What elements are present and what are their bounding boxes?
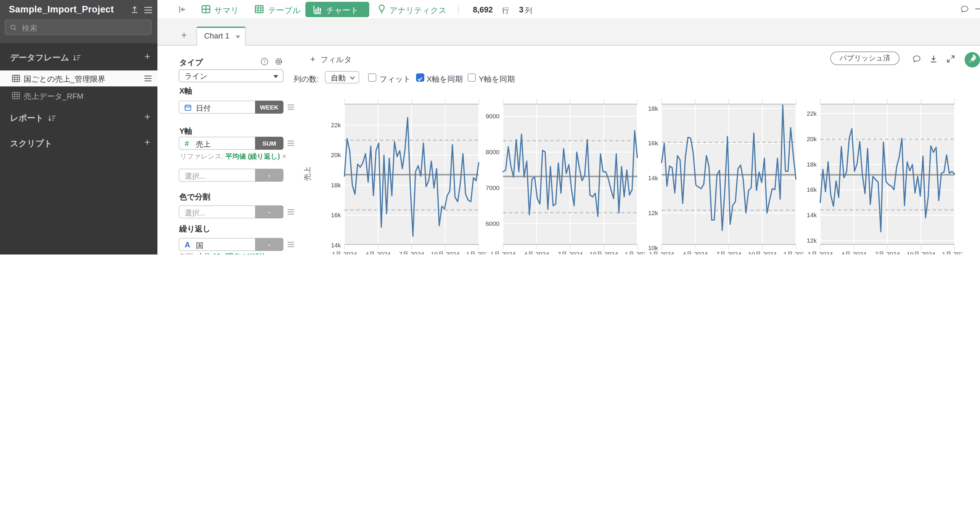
svg-text:9000: 9000: [485, 113, 500, 119]
yaxis-field[interactable]: # 売上 SUM: [179, 137, 283, 150]
collapse-sidebar-icon[interactable]: [178, 5, 187, 14]
tab-chart-active[interactable]: チャート: [305, 2, 369, 17]
chart-australia[interactable]: 22k20k18k16k14k1月 20244月 20247月 202410月 …: [309, 94, 487, 254]
remove-limit-icon[interactable]: ×: [267, 253, 271, 254]
yaxis-menu-icon[interactable]: [287, 140, 295, 146]
sort-icon[interactable]: [72, 54, 82, 62]
expand-icon[interactable]: [946, 54, 955, 63]
color-field[interactable]: 選択... -: [179, 205, 283, 218]
yaxis-add-field[interactable]: 選択... -: [179, 169, 283, 182]
sort-icon[interactable]: [47, 114, 57, 122]
chart-tab-label: Chart 1: [204, 31, 229, 40]
svg-text:4月 2024: 4月 2024: [366, 251, 391, 254]
repeat-field[interactable]: A 国 -: [179, 238, 283, 251]
svg-text:10月 2024: 10月 2024: [907, 251, 935, 254]
calendar-icon: [184, 103, 192, 111]
chart-tabbar: + Chart 1: [158, 18, 980, 46]
analytics-icon: [377, 4, 387, 14]
sidebar-menu-icon[interactable]: [144, 6, 153, 14]
sidebar: Sample_Import_Project データフレーム + 国ごとの売上_管…: [0, 0, 158, 254]
svg-text:20k: 20k: [331, 151, 341, 158]
repeat-field-value: 国: [196, 240, 203, 251]
xaxis-label: X軸: [179, 86, 192, 97]
gear-icon[interactable]: [275, 57, 283, 66]
publish-status-button[interactable]: パブリッシュ済: [830, 51, 899, 65]
add-dataframe-button[interactable]: +: [143, 52, 152, 62]
yaxis-agg-badge[interactable]: SUM: [255, 137, 283, 150]
svg-text:1月 2024: 1月 2024: [490, 251, 516, 254]
topbar: サマリ テーブル チャート アナリティクス 8,692 行 3 列: [158, 0, 980, 19]
sync-x-label: X軸を同期: [427, 74, 463, 84]
svg-text:14k: 14k: [807, 212, 817, 218]
chart-icon: [312, 5, 323, 14]
yaxis-field-value: 売上: [196, 139, 211, 150]
limit-value[interactable]: 上位 10: (現在のY1軸): [197, 253, 265, 254]
comment-icon[interactable]: [960, 5, 969, 14]
svg-text:12k: 12k: [807, 237, 817, 244]
tab-summary[interactable]: サマリ: [214, 5, 239, 16]
limit-note: 制限: 上位 10: (現在のY1軸)×: [180, 252, 271, 254]
chart-france[interactable]: 22k20k18k16k14k12k1月 20244月 20247月 20241…: [785, 94, 962, 254]
color-split-label: 色で分割: [179, 192, 210, 202]
tab-chart-1[interactable]: Chart 1: [196, 27, 246, 46]
add-script-button[interactable]: +: [143, 138, 152, 147]
xaxis-agg-badge[interactable]: WEEK: [255, 100, 283, 114]
empty-agg-badge: -: [255, 169, 283, 182]
sidebar-search[interactable]: [5, 19, 151, 35]
svg-text:22k: 22k: [807, 110, 817, 117]
pin-icon: [967, 54, 978, 65]
svg-text:4月 2024: 4月 2024: [841, 251, 867, 254]
svg-text:7000: 7000: [485, 185, 500, 191]
comment-icon[interactable]: [912, 54, 921, 63]
svg-text:12k: 12k: [648, 210, 658, 216]
columns-select[interactable]: 自動: [325, 71, 359, 83]
remove-reference-icon[interactable]: ×: [282, 153, 286, 160]
svg-text:18k: 18k: [807, 161, 817, 168]
export-icon[interactable]: [130, 5, 139, 14]
reference-value[interactable]: 平均値 (繰り返し): [226, 153, 280, 160]
yaxis-label: Y軸: [179, 126, 192, 137]
svg-text:1月 2024: 1月 2024: [332, 251, 357, 254]
svg-text:7月 2024: 7月 2024: [716, 251, 741, 254]
columns-value: 自動: [331, 73, 345, 83]
item-menu-icon[interactable]: [144, 75, 152, 82]
text-type-icon: A: [185, 240, 190, 249]
dataframe-item-label: 売上データ_RFM: [24, 91, 83, 102]
add-report-button[interactable]: +: [143, 113, 152, 122]
select-placeholder: 選択...: [185, 171, 206, 181]
sync-y-checkbox[interactable]: [468, 73, 476, 82]
window-menu-icon[interactable]: [975, 8, 980, 10]
divider: [458, 5, 459, 14]
svg-text:14k: 14k: [648, 175, 658, 181]
download-icon[interactable]: [929, 54, 938, 63]
columns-label: 列の数:: [294, 74, 319, 84]
repeat-menu-icon[interactable]: [287, 242, 295, 247]
svg-text:4月 2024: 4月 2024: [682, 251, 708, 254]
xaxis-field[interactable]: 日付 WEEK: [179, 100, 283, 114]
fit-checkbox[interactable]: [368, 73, 376, 82]
add-chart-tab-button[interactable]: +: [181, 30, 187, 41]
dataframe-item[interactable]: 売上データ_RFM: [0, 87, 158, 103]
svg-text:22k: 22k: [331, 122, 341, 129]
pin-button[interactable]: [965, 52, 980, 67]
xaxis-menu-icon[interactable]: [287, 104, 295, 110]
chart-type-select[interactable]: ライン: [179, 69, 283, 82]
add-filter-button[interactable]: + フィルタ: [310, 54, 352, 65]
type-label: タイプ: [179, 57, 203, 68]
chart-brazil[interactable]: 90008000700060001月 20244月 20247月 202410月…: [468, 94, 645, 254]
svg-text:18k: 18k: [648, 105, 658, 112]
dataframe-item-selected[interactable]: 国ごとの売上_管理限界: [0, 70, 158, 86]
tab-analytics[interactable]: アナリティクス: [390, 5, 447, 16]
color-menu-icon[interactable]: [287, 209, 295, 215]
help-icon[interactable]: ?: [260, 57, 269, 66]
table-icon: [255, 5, 264, 14]
chart-china[interactable]: 18k16k14k12k10k1月 20244月 20247月 202410月 …: [626, 94, 803, 254]
chevron-down-icon: [235, 35, 240, 38]
plus-icon: +: [310, 54, 315, 64]
tab-table[interactable]: テーブル: [268, 5, 301, 16]
fit-label: フィット: [379, 74, 411, 84]
sync-x-checkbox[interactable]: [416, 73, 424, 82]
section-dataframes: データフレーム: [10, 52, 69, 63]
svg-text:18k: 18k: [331, 182, 341, 189]
search-input[interactable]: [21, 21, 147, 35]
